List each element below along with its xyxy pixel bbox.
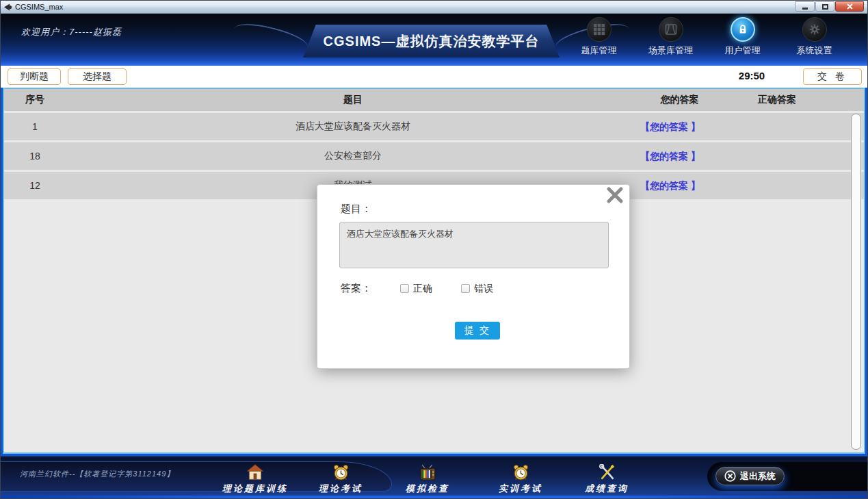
nav-item-scene-library[interactable]: 场景库管理 — [635, 17, 707, 57]
footer-item-theory-exam[interactable]: 理论考试 — [296, 463, 385, 495]
col-header-question: 题目 — [66, 94, 640, 106]
footer-item-score-query[interactable]: 成绩查询 — [562, 463, 651, 495]
exam-timer: 29:50 — [731, 70, 772, 81]
lock-icon — [737, 24, 748, 35]
vertical-scrollbar[interactable] — [851, 114, 861, 450]
footer-item-simulated-inspection[interactable]: 模拟检查 — [383, 463, 472, 495]
app-footer: 河南兰幻软件--【软著登记字第3112149】 理论题库训练 — [1, 456, 867, 498]
table-row[interactable]: 1 酒店大堂应该配备灭火器材 【您的答案 】 — [4, 113, 864, 140]
option-wrong-label: 错误 — [474, 283, 493, 295]
judgment-questions-button[interactable]: 判断题 — [8, 68, 61, 85]
top-nav: 题库管理 场景库管理 — [563, 17, 850, 57]
alarm-clock-icon — [512, 464, 529, 481]
table-row[interactable]: 18 公安检查部分 【您的答案 】 — [4, 142, 864, 170]
checkbox-correct[interactable] — [400, 284, 409, 293]
your-answer-link[interactable]: 【您的答案 】 — [640, 121, 700, 132]
question-label: 题目： — [341, 203, 371, 216]
row-number: 12 — [4, 180, 66, 191]
answer-label: 答案： — [341, 282, 371, 295]
your-answer-link[interactable]: 【您的答案 】 — [640, 151, 700, 162]
your-answer-link[interactable]: 【您的答案 】 — [640, 180, 700, 191]
footer-item-label: 实训考试 — [476, 483, 565, 495]
scene-icon — [665, 23, 677, 36]
col-header-your-answer: 您的答案 — [640, 94, 719, 106]
close-window-button[interactable] — [835, 1, 864, 12]
close-icon[interactable] — [606, 186, 624, 204]
maximize-icon — [822, 4, 828, 10]
license-text: 河南兰幻软件--【软著登记字第3112149】 — [20, 469, 174, 479]
question-textarea[interactable]: 酒店大堂应该配备灭火器材 — [339, 222, 609, 268]
footer-item-practical-exam[interactable]: 实训考试 — [476, 463, 565, 495]
question-modal: 题目： 酒店大堂应该配备灭火器材 答案： 正确 错误 提 交 — [317, 184, 630, 369]
option-correct[interactable]: 正确 — [400, 283, 432, 295]
window-titlebar[interactable]: CGSIMS_max — [1, 1, 867, 14]
exam-toolbar: 判断题 选择题 29:50 交 卷 — [1, 66, 867, 88]
house-icon — [246, 463, 264, 481]
grid-icon — [593, 23, 605, 36]
minimize-icon — [802, 8, 808, 10]
choice-questions-button[interactable]: 选择题 — [68, 68, 127, 85]
exit-band: 退出系统 — [707, 462, 867, 491]
row-number: 18 — [4, 151, 66, 162]
exit-system-button[interactable]: 退出系统 — [715, 467, 785, 485]
minimize-button[interactable] — [795, 1, 815, 12]
col-header-correct-answer: 正确答案 — [719, 94, 835, 106]
table-header-row: 序号 题目 您的答案 正确答案 — [4, 89, 864, 111]
row-question: 公安检查部分 — [66, 150, 640, 162]
footer-item-label: 理论题库训练 — [211, 483, 300, 495]
exit-system-label: 退出系统 — [740, 470, 776, 483]
platform-title: CGSIMS—虚拟仿真治安教学平台 — [324, 32, 540, 51]
nav-item-system-settings[interactable]: 系统设置 — [778, 17, 850, 57]
banner-left-flourish — [232, 18, 310, 57]
app-header: 欢迎用户：7-----赵振磊 CGSIMS—虚拟仿真治安教学平台 题库管理 — [1, 14, 867, 66]
unity-app-icon — [3, 3, 12, 12]
submit-paper-button[interactable]: 交 卷 — [803, 68, 862, 85]
row-number: 1 — [4, 121, 66, 132]
alarm-clock-icon — [332, 464, 350, 481]
footer-item-theory-training[interactable]: 理论题库训练 — [211, 463, 300, 495]
welcome-text: 欢迎用户：7-----赵振磊 — [21, 26, 122, 38]
nav-label: 场景库管理 — [648, 44, 693, 57]
tools-icon — [599, 464, 616, 481]
nav-label: 系统设置 — [797, 44, 832, 57]
platform-title-banner: CGSIMS—虚拟仿真治安教学平台 — [303, 25, 560, 57]
window-title: CGSIMS_max — [15, 3, 63, 11]
row-question: 酒店大堂应该配备灭火器材 — [66, 120, 640, 133]
footer-bottom-strip — [1, 496, 867, 498]
tv-icon — [419, 464, 436, 481]
close-window-icon — [847, 3, 853, 10]
maximize-button[interactable] — [815, 1, 834, 12]
gear-icon — [808, 23, 821, 36]
nav-label: 题库管理 — [581, 44, 617, 57]
footer-item-label: 模拟检查 — [383, 483, 472, 495]
nav-item-user-management[interactable]: 用户管理 — [707, 17, 778, 57]
option-correct-label: 正确 — [413, 283, 432, 295]
answer-options-row: 答案： 正确 错误 — [341, 282, 522, 295]
checkbox-wrong[interactable] — [461, 284, 470, 293]
exit-icon — [724, 470, 736, 482]
nav-label: 用户管理 — [725, 44, 761, 57]
app-window: CGSIMS_max 欢迎用户：7-----赵振磊 CGSIMS—虚拟仿真治安教… — [0, 0, 868, 499]
footer-item-label: 理论考试 — [296, 483, 385, 495]
submit-answer-button[interactable]: 提 交 — [455, 322, 500, 340]
col-header-number: 序号 — [4, 94, 66, 106]
footer-item-label: 成绩查询 — [562, 483, 651, 495]
option-wrong[interactable]: 错误 — [461, 283, 493, 295]
nav-item-question-bank[interactable]: 题库管理 — [563, 17, 635, 57]
